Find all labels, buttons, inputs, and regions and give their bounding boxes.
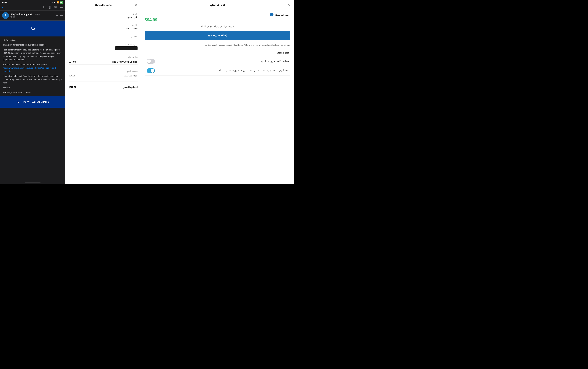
- transaction-header: ← تفاصيل المعاملة ✕: [65, 0, 141, 10]
- wallet-help-icon[interactable]: ?: [270, 13, 273, 16]
- reply-icon[interactable]: ↩: [56, 14, 58, 17]
- email-body: Hi Playstation, Thank you for contacting…: [0, 20, 65, 181]
- tx-divider-5: [69, 68, 138, 68]
- email-p4: I hope this helps, but if you have any o…: [3, 74, 62, 84]
- email-header: P PlayStation Support 1:33PM to me ˅ ↩ •…: [0, 10, 65, 20]
- sender-info: PlayStation Support 1:33PM to me ˅: [10, 13, 54, 18]
- payment-close-button[interactable]: ✕: [288, 3, 290, 7]
- wallet-section: رصيد المحفظة ?: [145, 13, 290, 16]
- email-panel: 6:53 ▲▲▲ 📶 44 ‹ ⬇ 🗑 ✉ ••• P PlayStation …: [0, 0, 65, 184]
- more-icon[interactable]: •••: [60, 6, 63, 9]
- add-payment-button[interactable]: إضافة طريقة دفع: [145, 31, 290, 40]
- transaction-close-button[interactable]: ✕: [135, 3, 138, 7]
- toggle-autofunds-track[interactable]: [147, 68, 155, 73]
- payment-wallet-row: الدفع بالمحفظة $94.99: [69, 73, 138, 78]
- ps-logo-svg: [29, 24, 37, 33]
- transaction-content: النوع شراء منتج التاريخ 02/01/2015 الحسا…: [65, 10, 141, 184]
- tx-divider-2: [69, 33, 138, 33]
- payment-content: رصيد المحفظة ? $94.99 .لا توجد لديك أي و…: [141, 9, 294, 184]
- more-actions-icon[interactable]: •••: [60, 14, 63, 17]
- tx-total-label: إجمالي السعر: [123, 85, 138, 89]
- no-payment-text: .لا توجد لديك أي وسيلة دفع في الملف: [145, 25, 290, 28]
- toggle-password[interactable]: [147, 59, 155, 64]
- wifi-icon: 📶: [57, 1, 59, 3]
- tx-date-section: التاريخ 02/01/2015: [69, 24, 138, 30]
- email-p3: You can read more about our refund polic…: [3, 63, 62, 73]
- tx-total-row: إجمالي السعر $94.99: [69, 84, 138, 91]
- battery-icon: 44: [60, 1, 63, 4]
- settings-section-title: إعدادات الدفع: [145, 51, 290, 54]
- sender-name: PlayStation Support: [10, 13, 32, 16]
- tx-divider-4: [69, 54, 138, 54]
- tx-type-section: النوع شراء منتج: [69, 13, 138, 19]
- purchase-item-price: $94.99: [69, 60, 76, 63]
- toggle-password-track[interactable]: [147, 59, 155, 64]
- home-indicator: [25, 183, 40, 183]
- tx-date-value: 02/01/2015: [69, 27, 138, 30]
- header-actions: ↩ •••: [56, 14, 63, 17]
- status-icons: ▲▲▲ 📶 44: [50, 1, 63, 4]
- tx-payment-section: طريقة الدفع الدفع بالمحفظة $94.99: [69, 70, 138, 78]
- toggle-autofunds[interactable]: [147, 68, 155, 73]
- signal-icon: ▲▲▲: [50, 1, 56, 3]
- tx-total-amount: $94.99: [69, 85, 77, 89]
- email-toolbar: ‹ ⬇ 🗑 ✉ •••: [0, 4, 65, 10]
- setting-row-password: المطالبة بكلمة المرور عند الدفع: [145, 57, 290, 66]
- avatar: P: [2, 12, 9, 19]
- tx-id-label: معرّف المعاملة: [69, 43, 138, 46]
- wallet-label: رصيد المحفظة: [275, 13, 290, 16]
- transaction-panel: ← تفاصيل المعاملة ✕ النوع شراء منتج التا…: [65, 0, 141, 184]
- back-button[interactable]: ‹: [2, 5, 3, 10]
- tx-id-redacted: [115, 46, 138, 50]
- tx-account-label: الحساب: [69, 35, 138, 38]
- tx-purchase-label: طلب شراء: [69, 56, 138, 58]
- tx-type-value: شراء منتج: [69, 16, 138, 19]
- email-greeting: Hi Playstation,: [3, 39, 62, 42]
- email-p1: Thank you for contacting PlayStation Sup…: [3, 43, 62, 47]
- payment-wallet-label: الدفع بالمحفظة: [123, 74, 138, 77]
- tx-divider-6: [69, 82, 138, 82]
- transaction-title: تفاصيل المعاملة: [72, 3, 135, 7]
- tx-date-label: التاريخ: [69, 24, 138, 26]
- payment-wallet-amount: $94.99: [69, 74, 75, 77]
- tx-purchase-section: طلب شراء The Crew Gold Edition $94.99: [69, 56, 138, 64]
- trash-icon[interactable]: 🗑: [48, 6, 51, 9]
- purchase-item-name: The Crew Gold Edition: [112, 60, 138, 63]
- payment-panel-title: إعدادات الدفع: [149, 3, 288, 7]
- payment-header: إعدادات الدفع ✕: [141, 0, 294, 9]
- ps-footer-banner: PLAY HAS NO LIMITS: [0, 96, 65, 108]
- alt-payment-text: للتعرف على خيارات الدفع البديلة، الرجاء …: [145, 43, 290, 47]
- sender-to: to me ˅: [10, 16, 54, 18]
- sender-time: 1:33PM: [33, 13, 40, 16]
- email-text-body: Hi Playstation, Thank you for contacting…: [0, 39, 65, 94]
- status-time: 6:53: [2, 1, 7, 4]
- tx-id-section: معرّف المعاملة: [69, 43, 138, 51]
- tx-account-section: الحساب: [69, 35, 138, 38]
- ps-banner: [0, 20, 65, 36]
- toggle-autofunds-thumb: [150, 69, 154, 73]
- tx-payment-label: طريقة الدفع: [69, 70, 138, 72]
- purchase-item: The Crew Gold Edition $94.99: [69, 59, 138, 64]
- email-p2: I can confirm that I've provided a refun…: [3, 48, 62, 62]
- setting-autofunds-label: إضافة أموال تلقائيًا لتجديد الاشتراكات أ…: [155, 69, 290, 72]
- wallet-amount: $94.99: [145, 17, 290, 22]
- email-signature: The PlayStation Support Team: [3, 91, 62, 94]
- tx-type-label: النوع: [69, 13, 138, 15]
- transaction-back-button[interactable]: ←: [69, 3, 72, 7]
- setting-password-label: المطالبة بكلمة المرور عند الدفع: [155, 60, 290, 63]
- status-bar: 6:53 ▲▲▲ 📶 44: [0, 0, 65, 4]
- mail-icon[interactable]: ✉: [54, 5, 57, 9]
- ps-footer-logo: [16, 99, 21, 104]
- toggle-password-thumb: [147, 59, 151, 63]
- setting-row-autofunds: إضافة أموال تلقائيًا لتجديد الاشتراكات أ…: [145, 66, 290, 75]
- email-thanks: Thanks,: [3, 86, 62, 90]
- payment-panel: إعدادات الدفع ✕ رصيد المحفظة ? $94.99 .ل…: [141, 0, 294, 184]
- archive-icon[interactable]: ⬇: [42, 5, 45, 9]
- ps-footer-text: PLAY HAS NO LIMITS: [23, 101, 49, 103]
